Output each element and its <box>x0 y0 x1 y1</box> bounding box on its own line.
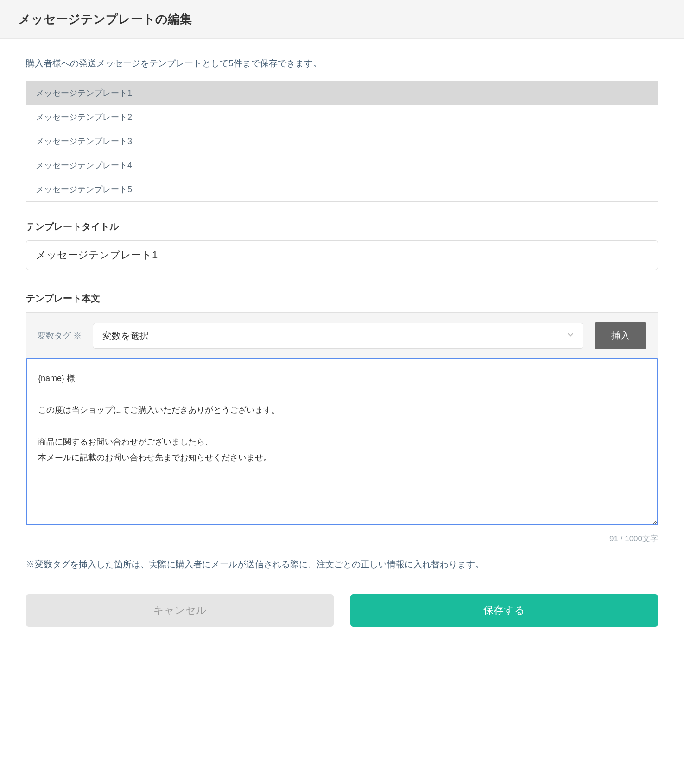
template-list-item-4[interactable]: メッセージテンプレート4 <box>26 153 658 177</box>
char-counter: 91 / 1000文字 <box>26 533 658 544</box>
template-list-item-3[interactable]: メッセージテンプレート3 <box>26 129 658 153</box>
template-list-item-1[interactable]: メッセージテンプレート1 <box>26 81 658 105</box>
template-list-item-label: メッセージテンプレート2 <box>36 113 132 122</box>
template-list-item-label: メッセージテンプレート5 <box>36 185 132 194</box>
variable-tag-label: 変数タグ ※ <box>38 330 82 341</box>
template-body-textarea[interactable] <box>26 358 658 525</box>
template-list-item-label: メッセージテンプレート4 <box>36 161 132 170</box>
template-title-label: テンプレートタイトル <box>26 220 658 233</box>
page-title: メッセージテンプレートの編集 <box>19 11 665 27</box>
template-list-item-5[interactable]: メッセージテンプレート5 <box>26 177 658 201</box>
template-list-item-2[interactable]: メッセージテンプレート2 <box>26 105 658 129</box>
note-text: ※変数タグを挿入した箇所は、実際に購入者にメールが送信される際に、注文ごとの正し… <box>26 557 658 572</box>
variable-tag-bar: 変数タグ ※ 変数を選択 挿入 <box>26 312 658 358</box>
main-container: 購入者様への発送メッセージをテンプレートとして5件まで保存できます。 メッセージ… <box>0 39 684 645</box>
template-list-item-label: メッセージテンプレート3 <box>36 137 132 146</box>
variable-select-wrapper: 変数を選択 <box>93 323 583 349</box>
cancel-button[interactable]: キャンセル <box>26 594 334 627</box>
header-bar: メッセージテンプレートの編集 <box>0 0 684 39</box>
template-body-label: テンプレート本文 <box>26 292 658 305</box>
description-text: 購入者様への発送メッセージをテンプレートとして5件まで保存できます。 <box>26 57 658 69</box>
variable-select[interactable]: 変数を選択 <box>93 323 583 349</box>
template-list: メッセージテンプレート1 メッセージテンプレート2 メッセージテンプレート3 メ… <box>26 81 658 202</box>
save-button[interactable]: 保存する <box>350 594 658 627</box>
insert-button[interactable]: 挿入 <box>595 322 646 349</box>
template-title-input[interactable] <box>26 240 658 270</box>
button-row: キャンセル 保存する <box>26 594 658 627</box>
template-list-item-label: メッセージテンプレート1 <box>36 88 132 98</box>
